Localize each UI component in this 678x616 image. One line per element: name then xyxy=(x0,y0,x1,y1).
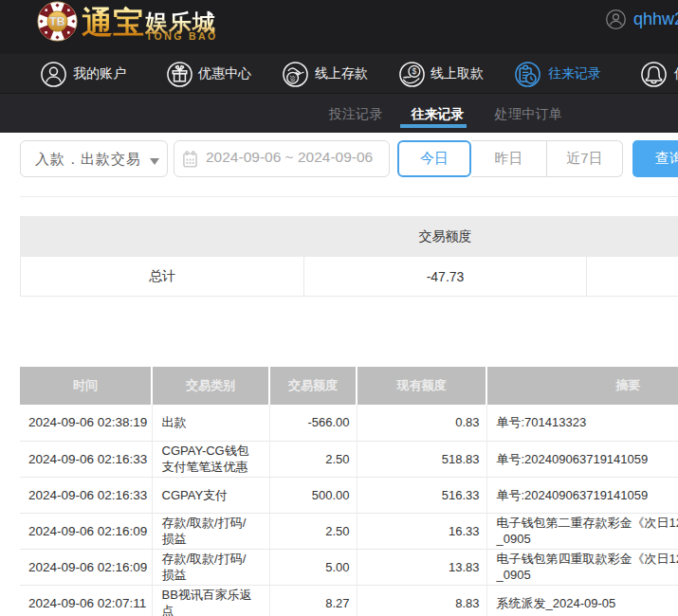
svg-text:$: $ xyxy=(412,66,417,76)
svg-text:TB: TB xyxy=(49,15,64,28)
